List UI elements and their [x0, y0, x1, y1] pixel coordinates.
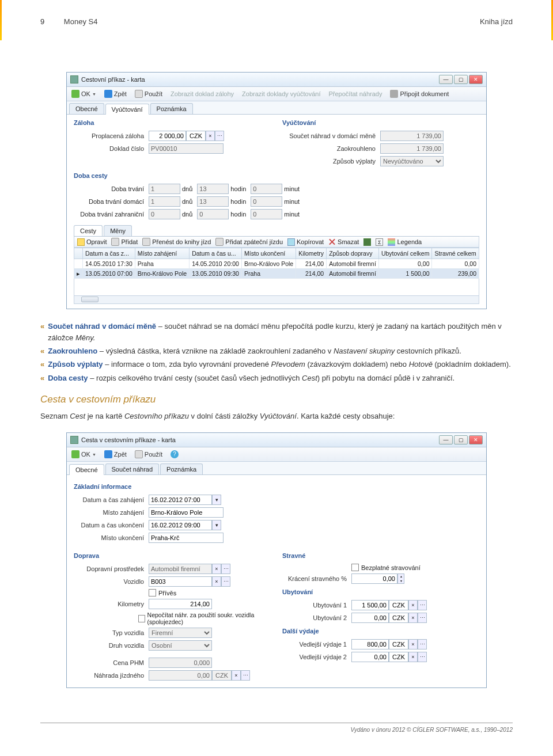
- lookup-button[interactable]: ⋯: [418, 639, 427, 649]
- paid-advance-input[interactable]: [149, 131, 186, 141]
- meal-reduce-input[interactable]: [351, 573, 397, 584]
- back-button[interactable]: Zpět: [103, 89, 128, 99]
- end-pl-input[interactable]: [149, 533, 224, 543]
- use-button[interactable]: Použít: [133, 89, 164, 99]
- add-button[interactable]: Přidat: [111, 238, 138, 246]
- use-button[interactable]: Použít: [133, 449, 164, 459]
- ok-button[interactable]: OK▼: [70, 89, 98, 99]
- return-trip-button[interactable]: Přidat zpáteční jízdu: [215, 238, 283, 246]
- label-vkind: Druh vozidla: [74, 642, 149, 649]
- back-button[interactable]: Zpět: [103, 449, 128, 459]
- delete-icon: [328, 238, 336, 246]
- lookup-button[interactable]: ⋯: [241, 670, 250, 681]
- lookup-button[interactable]: ⋯: [418, 652, 427, 662]
- col-km[interactable]: Kilometry: [296, 248, 327, 259]
- clear-button[interactable]: ×: [408, 600, 418, 610]
- label-meal-reduce: Krácení stravného %: [282, 575, 351, 582]
- label-exp2: Vedlejší výdaje 2: [282, 654, 351, 660]
- col-start-dt[interactable]: Datum a čas z...: [83, 248, 135, 259]
- clear-button[interactable]: ×: [232, 670, 241, 681]
- table-row[interactable]: ▸ 13.05.2010 07:00Brno-Královo Pole 13.0…: [74, 269, 479, 279]
- vkind-select[interactable]: Osobní: [149, 640, 212, 651]
- col-accom[interactable]: Ubytování celkem: [378, 248, 432, 259]
- clear-button[interactable]: ×: [408, 613, 418, 623]
- subtab-meny[interactable]: Měny: [104, 225, 132, 236]
- col-end-pl[interactable]: Místo ukončení: [242, 248, 296, 259]
- table-row[interactable]: 14.05.2010 17:30Praha 14.05.2010 20:00Br…: [74, 259, 479, 269]
- maximize-button[interactable]: ▢: [454, 435, 468, 445]
- exp2-currency[interactable]: [389, 652, 408, 662]
- label-exp1: Vedlejší výdaje 1: [282, 641, 351, 648]
- show-advance-button[interactable]: Zobrazit doklad zálohy: [169, 89, 236, 98]
- clear-button[interactable]: ×: [408, 652, 418, 662]
- col-transport[interactable]: Způsob dopravy: [327, 248, 379, 259]
- accom2-currency[interactable]: [389, 613, 408, 623]
- trailer-checkbox[interactable]: [149, 589, 156, 597]
- vtype-select[interactable]: Firemní: [149, 628, 212, 638]
- tab-poznamka[interactable]: Poznámka: [160, 464, 203, 474]
- lookup-button[interactable]: ⋯: [418, 613, 427, 623]
- attach-button[interactable]: Připojit dokument: [388, 89, 450, 99]
- exp1-currency[interactable]: [389, 639, 408, 649]
- lookup-button[interactable]: ⋯: [215, 131, 224, 141]
- excel-button[interactable]: [363, 238, 371, 246]
- close-button[interactable]: ✕: [469, 75, 483, 84]
- clear-button[interactable]: ×: [206, 131, 215, 141]
- horizontal-scrollbar[interactable]: [74, 296, 479, 304]
- col-end-dt[interactable]: Datum a čas u...: [190, 248, 242, 259]
- lookup-button[interactable]: ⋯: [418, 600, 427, 610]
- minimize-button[interactable]: —: [439, 435, 453, 445]
- window-titlebar[interactable]: Cestovní příkaz - karta — ▢ ✕: [67, 73, 486, 87]
- accom1-currency[interactable]: [389, 600, 408, 610]
- vehicle-input[interactable]: [149, 576, 212, 587]
- tab-obecne[interactable]: Obecné: [69, 464, 104, 475]
- exp2-input[interactable]: [351, 652, 389, 662]
- stepper[interactable]: ▴▾: [397, 573, 404, 584]
- currency-input[interactable]: [186, 131, 206, 141]
- maximize-button[interactable]: ▢: [454, 75, 468, 84]
- lookup-button[interactable]: ⋯: [221, 564, 230, 574]
- sigma-icon: Σ: [376, 238, 383, 246]
- tab-poznamka[interactable]: Poznámka: [150, 103, 193, 114]
- section-duration: Doba cesty: [74, 172, 479, 179]
- sum-button[interactable]: Σ: [376, 238, 383, 246]
- help-button[interactable]: ?: [169, 449, 180, 459]
- exp1-input[interactable]: [351, 639, 389, 649]
- ok-button[interactable]: OK▼: [70, 449, 98, 459]
- copy-button[interactable]: Kopírovat: [287, 238, 324, 246]
- clear-button[interactable]: ×: [212, 576, 221, 587]
- show-billing-button[interactable]: Zobrazit doklady vyúčtování: [240, 89, 322, 98]
- payment-method-select[interactable]: Nevyúčtováno: [380, 156, 444, 166]
- clear-button[interactable]: ×: [408, 639, 418, 649]
- datepicker-button[interactable]: ▾: [212, 495, 221, 505]
- window-titlebar[interactable]: Cesta v cestovním příkaze - karta — ▢ ✕: [67, 433, 486, 447]
- fuel-input: [149, 658, 212, 668]
- subtab-cesty[interactable]: Cesty: [74, 225, 103, 236]
- datepicker-button[interactable]: ▾: [212, 520, 221, 530]
- delete-button[interactable]: Smazat: [328, 238, 359, 246]
- edit-button[interactable]: Opravit: [77, 238, 107, 246]
- copy-icon: [287, 238, 295, 246]
- means-input[interactable]: [149, 564, 212, 574]
- accom2-input[interactable]: [351, 613, 389, 623]
- free-meals-checkbox[interactable]: [351, 564, 359, 571]
- start-pl-input[interactable]: [149, 507, 224, 518]
- start-dt-input[interactable]: [149, 495, 212, 505]
- accom1-input[interactable]: [351, 600, 389, 610]
- tab-soucet[interactable]: Součet náhrad: [105, 464, 160, 474]
- tab-vyuctovani[interactable]: Vyúčtování: [105, 104, 149, 115]
- clear-button[interactable]: ×: [212, 564, 221, 574]
- lookup-button[interactable]: ⋯: [221, 576, 230, 587]
- tab-obecne[interactable]: Obecné: [69, 103, 104, 114]
- col-start-pl[interactable]: Místo zahájení: [135, 248, 189, 259]
- close-button[interactable]: ✕: [469, 435, 483, 445]
- legend-button[interactable]: Legenda: [388, 238, 422, 246]
- trips-grid[interactable]: Datum a čas z... Místo zahájení Datum a …: [74, 248, 479, 279]
- recalc-button[interactable]: Přepočítat náhrady: [327, 89, 384, 98]
- minimize-button[interactable]: —: [439, 75, 453, 84]
- col-meals[interactable]: Stravné celkem: [432, 248, 479, 259]
- end-dt-input[interactable]: [149, 520, 212, 530]
- transfer-button[interactable]: Přenést do knihy jízd: [142, 238, 211, 246]
- nocalc-checkbox[interactable]: [138, 615, 145, 622]
- km-input[interactable]: [149, 599, 212, 609]
